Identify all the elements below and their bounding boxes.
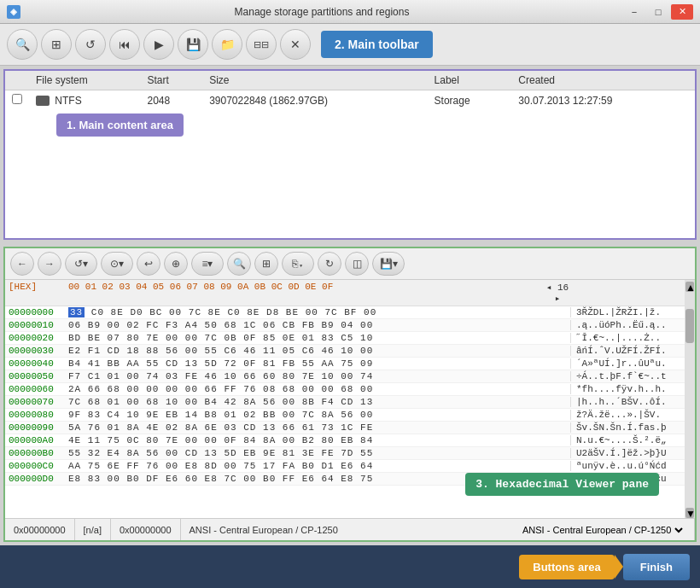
status-encoding: ANSI - Central European / CP-1250 ANSI -… xyxy=(181,519,695,540)
hex-ascii-0: 3ŘŽDL.|ŽRŽI.|ž. xyxy=(570,307,681,317)
hex-addr-b0: 000000B0 xyxy=(9,448,68,458)
toolbar-grid-btn[interactable]: ⊞ xyxy=(41,29,72,60)
hex-addr-0: 00000000 xyxy=(9,307,68,317)
hex-row: 00000040 B4 41 BB AA 55 CD 13 5D 72 0F 8… xyxy=(5,358,685,370)
lower-refresh-btn[interactable]: ↻ xyxy=(318,252,341,276)
lower-toolbar: ← → ↺▾ ⊙▾ ↩ ⊕ ≡▾ 🔍 ⊞ ⎘▾ ↻ ◫ 💾▾ xyxy=(5,248,695,280)
created-cell: 30.07.2013 12:27:59 xyxy=(511,90,695,111)
encoding-label: ANSI - Central European / CP-1250 xyxy=(190,525,338,535)
bookmark-btn[interactable]: ⊙▾ xyxy=(101,252,133,276)
main-content-label: 1. Main content area xyxy=(56,114,184,137)
hex-addr-2: 00000020 xyxy=(9,333,68,343)
hex-ascii-8: ž?Ä.žë...».|ŠV. xyxy=(570,410,681,420)
col-label: Label xyxy=(428,71,512,90)
close-button[interactable]: ✕ xyxy=(671,4,693,20)
hex-addr-4: 00000040 xyxy=(9,358,68,369)
scroll-down-btn[interactable]: ▼ xyxy=(685,508,694,518)
hex-cols-header: 00 01 02 03 04 05 06 07 08 09 0A 0B 0C 0… xyxy=(68,282,545,304)
hex-ascii-3: âńÍ.ˆV.UŽFÍ.ŽFÍ. xyxy=(570,346,681,356)
hex-row: 00000030 E2 F1 CD 18 88 56 00 55 C6 46 1… xyxy=(5,345,685,358)
scroll-up-btn[interactable]: ▲ xyxy=(685,282,694,292)
lower-save-btn[interactable]: 💾▾ xyxy=(372,252,405,276)
hex-ascii-b0: U2äŠV.Í.]ëž.>þ}U xyxy=(570,448,681,458)
toolbar-search-btn[interactable]: 🔍 xyxy=(7,29,38,60)
nav-back2-btn[interactable]: ↩ xyxy=(137,252,160,276)
hex-addr-a0: 000000A0 xyxy=(9,435,68,445)
status-na: [n/a] xyxy=(75,519,111,540)
toolbar-play-btn[interactable]: ▶ xyxy=(143,29,174,60)
toolbar-folder-btn[interactable]: 📁 xyxy=(212,29,242,60)
hex-bytes-7: 7C 68 01 00 68 10 00 B4 42 8A 56 00 8B F… xyxy=(68,397,570,407)
minimize-button[interactable]: − xyxy=(623,4,645,20)
hex-addr-9: 00000090 xyxy=(9,422,68,433)
hex-addr-3: 00000030 xyxy=(9,346,68,356)
hex-bytes-3: E2 F1 CD 18 88 56 00 55 C6 46 11 05 C6 4… xyxy=(68,346,570,356)
hex-bytes-2: BD BE 07 80 7E 00 00 7C 0B 0F 85 0E 01 8… xyxy=(68,333,570,343)
hex-row: 00000070 7C 68 01 00 68 10 00 B4 42 8A 5… xyxy=(5,396,685,409)
hex-header: [HEX] 00 01 02 03 04 05 06 07 08 09 0A 0… xyxy=(5,280,685,306)
col-count-display: ◂ 16 ▸ xyxy=(545,282,570,304)
lower-grid-btn[interactable]: ⊞ xyxy=(254,252,278,276)
hex-ascii-4: ´A»ªUÍ.]r..ûUªu. xyxy=(570,358,681,369)
copy-btn[interactable]: ⎘▾ xyxy=(282,252,314,276)
hex-row: 00000020 BD BE 07 80 7E 00 00 7C 0B 0F 8… xyxy=(5,332,685,345)
hex-row: 00000060 2A 66 68 00 00 00 00 66 FF 76 0… xyxy=(5,383,685,396)
nav-forward-btn[interactable]: → xyxy=(38,252,61,276)
toolbar-partition-btn[interactable]: ⊟⊟ xyxy=(246,29,277,60)
hex-addr-7: 00000070 xyxy=(9,397,68,407)
table-row[interactable]: NTFS 2048 3907022848 (1862.97GB) Storage… xyxy=(5,90,695,111)
hex-status-bar: 0x00000000 [n/a] 0x00000000 ANSI - Centr… xyxy=(5,518,695,540)
hex-ascii-1: .ą..üóPh..Ëű.ą.. xyxy=(570,320,681,330)
hdd-icon xyxy=(36,96,50,106)
hex-ascii-7: |h..h..´BŠV..ôÍ. xyxy=(570,397,681,407)
col-checkbox xyxy=(5,71,29,90)
hex-bytes-5: F7 C1 01 00 74 03 FE 46 10 66 60 80 7E 1… xyxy=(68,371,570,381)
hex-addr-5: 00000050 xyxy=(9,371,68,381)
toolbar-close-btn[interactable]: ✕ xyxy=(280,29,311,60)
nav-refresh-btn[interactable]: ↺▾ xyxy=(65,252,97,276)
zoom-in-btn[interactable]: ⊕ xyxy=(164,252,188,276)
hex-ascii-9: Šv.ŠN.Šn.Í.fas.þ xyxy=(570,422,681,433)
toolbar-label: 2. Main toolbar xyxy=(321,31,433,58)
hex-row: 00000090 5A 76 01 8A 4E 02 8A 6E 03 CD 1… xyxy=(5,422,685,434)
view-btn[interactable]: ≡▾ xyxy=(191,252,224,276)
lower-search-btn[interactable]: 🔍 xyxy=(227,252,251,276)
main-toolbar: 🔍 ⊞ ↺ ⏮ ▶ 💾 📁 ⊟⊟ ✕ 2. Main toolbar xyxy=(0,24,700,66)
toolbar-prev-btn[interactable]: ⏮ xyxy=(109,29,140,60)
hex-bytes-a0: 4E 11 75 0C 80 7E 00 00 0F 84 8A 00 B2 8… xyxy=(68,435,570,445)
highlighted-byte: 33 xyxy=(68,307,85,317)
hex-row: 00000080 9F 83 C4 10 9E EB 14 B8 01 02 B… xyxy=(5,409,685,422)
file-table: File system Start Size Label Created NTF… xyxy=(5,71,695,110)
hex-addr-c0: 000000C0 xyxy=(9,461,68,471)
panel-btn[interactable]: ◫ xyxy=(345,252,369,276)
maximize-button[interactable]: □ xyxy=(647,4,669,20)
hex-bytes-8: 9F 83 C4 10 9E EB 14 B8 01 02 BB 00 7C 8… xyxy=(68,410,570,420)
status-offset: 0x00000000 xyxy=(5,519,75,540)
scrollbar-thumb[interactable] xyxy=(685,309,694,343)
hex-bytes-4: B4 41 BB AA 55 CD 13 5D 72 0F 81 FB 55 A… xyxy=(68,358,570,369)
hex-ascii-2: ˝Ī.€~..|....Ż.. xyxy=(570,333,681,343)
hex-row: 000000B0 55 32 E4 8A 56 00 CD 13 5D EB 9… xyxy=(5,447,685,460)
start-cell: 2048 xyxy=(141,90,203,111)
hex-panel: [HEX] 00 01 02 03 04 05 06 07 08 09 0A 0… xyxy=(5,280,685,518)
col-created: Created xyxy=(511,71,695,90)
hex-row: 00000050 F7 C1 01 00 74 03 FE 46 10 66 6… xyxy=(5,370,685,383)
fs-cell: NTFS xyxy=(29,90,141,111)
hex-bytes-6: 2A 66 68 00 00 00 00 66 FF 76 08 68 00 0… xyxy=(68,384,570,394)
nav-back-btn[interactable]: ← xyxy=(10,252,34,276)
toolbar-refresh-btn[interactable]: ↺ xyxy=(75,29,106,60)
app-icon: ◈ xyxy=(7,5,20,19)
hex-viewer-panel: ← → ↺▾ ⊙▾ ↩ ⊕ ≡▾ 🔍 ⊞ ⎘▾ ↻ ◫ 💾▾ [HEX] 00 … xyxy=(3,247,697,542)
title-bar: ◈ Manage storage partitions and regions … xyxy=(0,0,700,24)
hex-bytes-1: 06 B9 00 02 FC F3 A4 50 68 1C 06 CB FB B… xyxy=(68,320,570,330)
hex-bytes-c0: AA 75 6E FF 76 00 E8 8D 00 75 17 FA B0 D… xyxy=(68,461,570,471)
encoding-select[interactable]: ANSI - Central European / CP-1250 xyxy=(519,524,685,536)
hex-addr-1: 00000010 xyxy=(9,320,68,330)
status-value: 0x00000000 xyxy=(111,519,181,540)
hex-ascii-header xyxy=(570,282,681,304)
size-cell: 3907022848 (1862.97GB) xyxy=(202,90,427,111)
finish-button[interactable]: Finish xyxy=(623,554,690,580)
row-checkbox[interactable] xyxy=(12,94,22,104)
hex-scrollbar[interactable]: ▲ ▼ xyxy=(685,280,695,518)
toolbar-save-btn[interactable]: 💾 xyxy=(178,29,208,60)
